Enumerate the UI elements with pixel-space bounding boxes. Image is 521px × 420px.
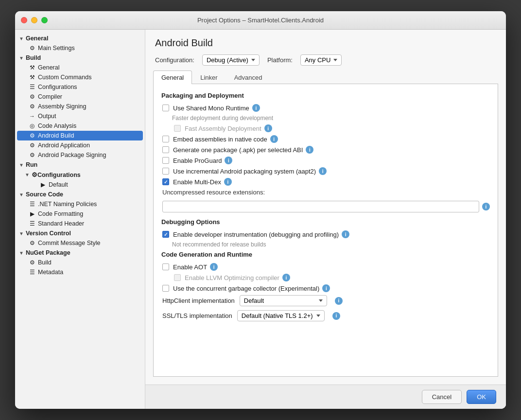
sidebar-section-general[interactable]: ▼ General	[15, 34, 145, 43]
sidebar-section-source-code[interactable]: ▼ Source Code	[15, 190, 145, 199]
footer: Cancel OK	[145, 385, 506, 409]
sidebar-item-android-build-label: Android Build	[38, 132, 74, 139]
info-icon[interactable]: i	[224, 178, 232, 186]
sidebar-item-output[interactable]: → Output	[15, 111, 145, 121]
checkbox-multidex[interactable]	[162, 178, 169, 185]
sidebar-section-source-code-label: Source Code	[26, 191, 63, 198]
content-area: ▼ General ⚙ Main Settings ▼ Build ⚒ Gene…	[15, 30, 506, 409]
info-icon[interactable]: i	[282, 274, 290, 281]
platform-value: Any CPU	[305, 56, 330, 64]
arrow-icon: ▼	[19, 36, 24, 41]
tab-linker[interactable]: Linker	[192, 70, 226, 84]
tab-advanced[interactable]: Advanced	[226, 70, 271, 84]
sidebar-item-android-application[interactable]: ⚙ Android Application	[15, 140, 145, 150]
info-icon[interactable]: i	[482, 203, 490, 210]
checkbox-llvm[interactable]	[174, 274, 181, 281]
tab-general[interactable]: General	[153, 70, 192, 84]
platform-dropdown[interactable]: Any CPU	[300, 54, 342, 66]
sidebar-item-commit-message-style[interactable]: ⚙ Commit Message Style	[15, 238, 145, 248]
checkbox-embed-assemblies[interactable]	[162, 136, 169, 142]
sidebar-item-main-settings-label: Main Settings	[38, 45, 75, 52]
checkbox-concurrent-gc[interactable]	[162, 285, 169, 292]
option-concurrent-gc: Use the concurrent garbage collector (Ex…	[161, 284, 490, 292]
arrow-icon: ▼	[19, 250, 24, 256]
info-icon[interactable]: i	[342, 230, 349, 238]
close-button[interactable]	[21, 17, 27, 23]
sidebar-item-assembly-signing[interactable]: ⚙ Assembly Signing	[15, 102, 145, 111]
option-shared-mono: Use Shared Mono Runtime i	[161, 104, 490, 112]
option-dev-instrumentation: Enable developer instrumentation (debugg…	[161, 230, 490, 238]
sidebar-section-nuget-label: NuGet Package	[26, 249, 70, 256]
gear-icon: ⚙	[29, 240, 35, 246]
info-icon[interactable]: i	[332, 312, 340, 320]
uncompressed-input[interactable]	[162, 201, 479, 212]
label-embed-assemblies: Embed assemblies in native code	[173, 136, 267, 143]
sidebar-item-android-package-signing[interactable]: ⚙ Android Package Signing	[15, 150, 145, 160]
info-icon[interactable]: i	[319, 167, 327, 175]
sidebar-item-net-naming-label: .NET Naming Policies	[38, 201, 97, 208]
list-icon: ☰	[29, 269, 35, 276]
sidebar-item-configurations[interactable]: ☰ Configurations	[15, 82, 145, 92]
sidebar-section-run[interactable]: ▼ Run	[15, 160, 145, 170]
arrow-icon: ▼	[19, 55, 24, 61]
maximize-button[interactable]	[41, 17, 48, 23]
main-window: Project Options – SmartHotel.Clients.And…	[15, 11, 506, 409]
sidebar-sub-run-configurations[interactable]: ▼ ⚙ Configurations	[15, 170, 145, 180]
info-icon[interactable]: i	[270, 135, 278, 143]
sidebar-item-nuget-metadata-label: Metadata	[38, 269, 63, 276]
configuration-dropdown[interactable]: Debug (Active)	[202, 54, 260, 66]
option-embed-assemblies: Embed assemblies in native code i	[161, 135, 490, 143]
cancel-button[interactable]: Cancel	[422, 390, 462, 404]
ok-button[interactable]: OK	[467, 390, 496, 404]
sidebar-section-version-control-label: Version Control	[26, 230, 71, 237]
sidebar-item-android-application-label: Android Application	[38, 142, 90, 149]
label-multidex: Enable Multi-Dex	[173, 178, 221, 186]
sidebar-item-nuget-build[interactable]: ⚙ Build	[15, 258, 145, 267]
hammer-icon: ⚒	[29, 74, 35, 81]
sidebar-section-nuget[interactable]: ▼ NuGet Package	[15, 248, 145, 258]
gear-icon: ⚙	[29, 142, 35, 149]
sidebar-section-version-control[interactable]: ▼ Version Control	[15, 228, 145, 238]
ssltls-dropdown[interactable]: Default (Native TLS 1.2+)	[237, 310, 325, 321]
minimize-button[interactable]	[31, 17, 37, 23]
sidebar-item-main-settings[interactable]: ⚙ Main Settings	[15, 43, 145, 53]
checkbox-enable-aot[interactable]	[162, 263, 169, 270]
checkbox-incremental[interactable]	[162, 168, 169, 175]
sidebar-item-nuget-metadata[interactable]: ☰ Metadata	[15, 267, 145, 277]
info-icon[interactable]: i	[306, 146, 313, 154]
sidebar-item-custom-commands[interactable]: ⚒ Custom Commands	[15, 72, 145, 82]
option-enable-aot: Enable AOT i	[161, 263, 490, 271]
arrow-icon: ▶	[29, 210, 35, 217]
list-icon: ☰	[29, 201, 35, 208]
info-icon[interactable]: i	[210, 263, 218, 271]
checkbox-proguard[interactable]	[162, 157, 169, 164]
gear-icon: ⚙	[29, 93, 35, 100]
checkbox-one-package[interactable]	[162, 146, 169, 153]
main-header: Android Build Configuration: Debug (Acti…	[145, 30, 506, 70]
sidebar-item-code-analysis[interactable]: ◎ Code Analysis	[15, 121, 145, 131]
info-icon[interactable]: i	[335, 297, 343, 305]
sidebar-section-general-label: General	[26, 35, 49, 42]
checkbox-dev-instrumentation[interactable]	[162, 231, 169, 238]
gear-icon: ⚙	[29, 259, 35, 266]
sidebar-item-code-formatting[interactable]: ▶ Code Formatting	[15, 209, 145, 219]
checkbox-fast-assembly[interactable]	[174, 125, 181, 132]
sidebar-item-android-build[interactable]: ⚙ Android Build	[17, 131, 143, 140]
info-icon[interactable]: i	[322, 284, 330, 292]
sidebar-item-net-naming[interactable]: ☰ .NET Naming Policies	[15, 199, 145, 209]
debugging-section-title: Debugging Options	[161, 218, 490, 226]
sidebar-item-run-default[interactable]: ▶ Default	[15, 180, 145, 190]
sidebar-section-build[interactable]: ▼ Build	[15, 53, 145, 63]
gear-icon: ⚙	[29, 45, 35, 52]
sidebar-item-general-build[interactable]: ⚒ General	[15, 63, 145, 72]
sidebar-item-compiler[interactable]: ⚙ Compiler	[15, 92, 145, 102]
ssltls-value: Default (Native TLS 1.2+)	[242, 312, 313, 319]
info-icon[interactable]: i	[252, 104, 260, 112]
sidebar-sub-run-configurations-label: Configurations	[37, 172, 81, 178]
checkbox-shared-mono[interactable]	[162, 105, 169, 111]
httpclient-dropdown[interactable]: Default	[240, 295, 327, 306]
info-icon[interactable]: i	[264, 124, 272, 132]
sidebar-item-android-package-signing-label: Android Package Signing	[38, 152, 106, 158]
sidebar-item-standard-header[interactable]: ☰ Standard Header	[15, 219, 145, 228]
info-icon[interactable]: i	[225, 157, 232, 164]
